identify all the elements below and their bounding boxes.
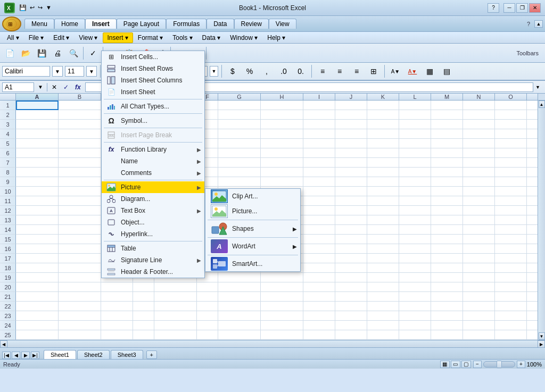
menu-insert[interactable]: Insert ▾ bbox=[103, 32, 133, 43]
cell[interactable] bbox=[431, 292, 463, 302]
cell[interactable] bbox=[59, 148, 101, 158]
close-btn[interactable]: ✕ bbox=[529, 3, 541, 13]
cell[interactable] bbox=[261, 158, 303, 168]
cell[interactable] bbox=[261, 139, 303, 148]
cell[interactable] bbox=[218, 273, 261, 282]
cell[interactable] bbox=[399, 311, 431, 321]
tab-data[interactable]: Data bbox=[207, 19, 234, 29]
cell[interactable] bbox=[59, 292, 101, 302]
cell[interactable] bbox=[218, 282, 261, 292]
cell[interactable] bbox=[261, 129, 303, 139]
scroll-left-btn[interactable]: ◀ bbox=[0, 340, 7, 347]
office-button[interactable]: ⊞ bbox=[2, 16, 21, 31]
cell[interactable] bbox=[16, 158, 59, 168]
submenu-shapes[interactable]: Shapes ▶ bbox=[205, 221, 300, 236]
cell[interactable] bbox=[218, 139, 261, 148]
cell[interactable] bbox=[261, 120, 303, 129]
sheet-tab-sheet3[interactable]: Sheet3 bbox=[111, 350, 143, 359]
cell[interactable] bbox=[16, 110, 59, 120]
cell[interactable] bbox=[101, 292, 133, 302]
cell[interactable] bbox=[463, 139, 495, 148]
cell[interactable] bbox=[218, 101, 261, 110]
tab-page-layout[interactable]: Page Layout bbox=[117, 19, 166, 29]
menu-diagram[interactable]: Diagram... bbox=[102, 193, 204, 205]
col-header-i[interactable]: I bbox=[303, 94, 335, 100]
cell[interactable] bbox=[495, 292, 527, 302]
number-format-dropdown[interactable]: ▼ bbox=[210, 66, 218, 77]
submenu-wordart[interactable]: A WordArt ▶ bbox=[205, 239, 300, 254]
help-icon[interactable]: ? bbox=[527, 21, 534, 27]
cell[interactable] bbox=[367, 215, 399, 225]
spell-btn[interactable]: ✓ bbox=[86, 46, 101, 61]
cell[interactable] bbox=[431, 168, 463, 177]
cell[interactable] bbox=[16, 244, 59, 254]
cell[interactable] bbox=[495, 168, 527, 177]
cell[interactable] bbox=[399, 273, 431, 282]
cell[interactable] bbox=[218, 330, 261, 340]
merge-btn[interactable]: ⊞ bbox=[366, 64, 381, 79]
cell[interactable] bbox=[335, 120, 367, 129]
cell[interactable] bbox=[463, 311, 495, 321]
menu-header-footer[interactable]: Header & Footer... bbox=[102, 266, 204, 278]
cell[interactable] bbox=[399, 110, 431, 120]
cell[interactable] bbox=[367, 244, 399, 254]
cell[interactable] bbox=[495, 330, 527, 340]
cell[interactable] bbox=[335, 282, 367, 292]
cell[interactable] bbox=[335, 148, 367, 158]
insert-dropdown-menu[interactable]: ⊞ Insert Cells... Insert Sheet Rows Inse… bbox=[101, 51, 205, 278]
cell[interactable] bbox=[367, 302, 399, 311]
fill-btn[interactable]: ▤ bbox=[439, 64, 454, 79]
cell[interactable] bbox=[218, 129, 261, 139]
align-left-btn[interactable]: ≡ bbox=[315, 64, 330, 79]
zoom-slider[interactable] bbox=[483, 361, 515, 368]
cell[interactable] bbox=[197, 292, 218, 302]
cell[interactable] bbox=[59, 139, 101, 148]
font-name-dropdown[interactable]: ▼ bbox=[52, 66, 63, 77]
cell[interactable] bbox=[495, 110, 527, 120]
cell[interactable] bbox=[16, 177, 59, 187]
menu-insert-sheet[interactable]: 📄 Insert Sheet bbox=[102, 86, 204, 98]
cell[interactable] bbox=[463, 177, 495, 187]
cell[interactable] bbox=[463, 244, 495, 254]
cell[interactable] bbox=[154, 311, 197, 321]
cell[interactable] bbox=[367, 263, 399, 273]
cell[interactable] bbox=[495, 302, 527, 311]
scroll-up-btn[interactable]: ▲ bbox=[539, 101, 545, 108]
save-quick-btn[interactable]: 💾 bbox=[18, 4, 28, 11]
menu-all[interactable]: All ▾ bbox=[2, 32, 24, 43]
cell[interactable] bbox=[367, 187, 399, 196]
cell[interactable] bbox=[101, 302, 133, 311]
cell[interactable] bbox=[367, 235, 399, 244]
cell[interactable] bbox=[59, 244, 101, 254]
cell[interactable] bbox=[59, 225, 101, 235]
cell[interactable] bbox=[16, 187, 59, 196]
cell-reference-box[interactable]: A1 bbox=[2, 82, 34, 92]
cell[interactable] bbox=[303, 120, 335, 129]
cell[interactable] bbox=[197, 321, 218, 330]
menu-file[interactable]: File ▾ bbox=[24, 32, 49, 43]
page-break-view-btn[interactable]: ▢ bbox=[461, 361, 471, 368]
cell[interactable] bbox=[335, 177, 367, 187]
cell[interactable] bbox=[59, 101, 101, 110]
tab-insert[interactable]: Insert bbox=[85, 19, 117, 29]
cell[interactable] bbox=[218, 302, 261, 311]
formula-expand-right-btn[interactable]: ▼ bbox=[535, 85, 543, 90]
cell[interactable] bbox=[399, 187, 431, 196]
cell[interactable] bbox=[431, 196, 463, 206]
cell[interactable] bbox=[335, 168, 367, 177]
cell[interactable] bbox=[463, 302, 495, 311]
cell[interactable] bbox=[367, 254, 399, 263]
cell[interactable] bbox=[133, 321, 154, 330]
tab-review[interactable]: Review bbox=[234, 19, 269, 29]
cell[interactable] bbox=[335, 101, 367, 110]
cell[interactable] bbox=[399, 302, 431, 311]
horizontal-scrollbar[interactable] bbox=[7, 340, 538, 347]
cell[interactable] bbox=[431, 187, 463, 196]
cell[interactable] bbox=[463, 225, 495, 235]
cell[interactable] bbox=[399, 139, 431, 148]
cell[interactable] bbox=[16, 311, 59, 321]
cell[interactable] bbox=[399, 235, 431, 244]
cell[interactable] bbox=[303, 273, 335, 282]
cell[interactable] bbox=[303, 235, 335, 244]
cell[interactable] bbox=[59, 110, 101, 120]
